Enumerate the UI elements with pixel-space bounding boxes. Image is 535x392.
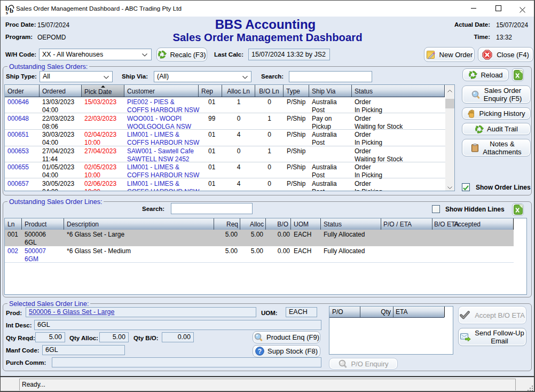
svg-text:b: b: [10, 6, 13, 14]
svg-text:?: ?: [258, 348, 262, 355]
svg-text:s: s: [6, 10, 8, 14]
